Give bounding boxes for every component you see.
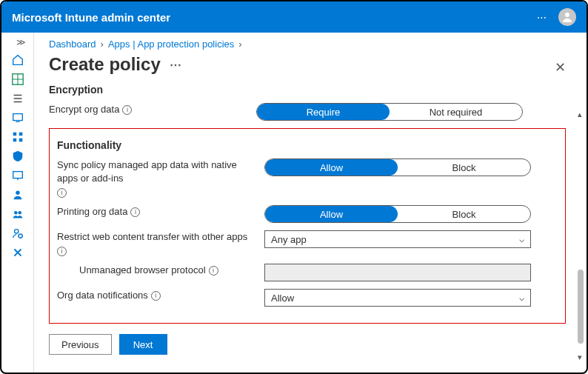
row-notifications: Org data notifications i Allow ⌵ bbox=[57, 289, 558, 307]
groups-icon[interactable] bbox=[11, 207, 24, 221]
sync-toggle[interactable]: Allow Block bbox=[264, 158, 531, 176]
row-printing: Printing org data i Allow Block bbox=[57, 205, 558, 223]
section-encryption: Encryption bbox=[49, 84, 566, 96]
notifications-select[interactable]: Allow ⌵ bbox=[264, 289, 531, 307]
printing-allow[interactable]: Allow bbox=[265, 206, 398, 222]
svg-point-8 bbox=[16, 191, 19, 195]
apps-icon[interactable] bbox=[11, 130, 24, 144]
svg-point-9 bbox=[14, 211, 18, 215]
info-icon[interactable]: i bbox=[151, 291, 161, 301]
close-icon[interactable]: ✕ bbox=[555, 59, 566, 76]
unmanaged-protocol-input bbox=[264, 264, 531, 281]
highlighted-region: Functionality Sync policy managed app da… bbox=[49, 128, 566, 324]
sync-label: Sync policy managed app data with native… bbox=[57, 158, 257, 185]
page-more-icon[interactable]: ⋯ bbox=[170, 58, 182, 72]
info-icon[interactable]: i bbox=[57, 247, 67, 256]
svg-point-0 bbox=[565, 13, 569, 17]
home-icon[interactable] bbox=[11, 53, 24, 67]
sync-allow[interactable]: Allow bbox=[265, 159, 398, 176]
svg-rect-3 bbox=[13, 133, 16, 136]
chevron-down-icon: ⌵ bbox=[519, 293, 524, 303]
scroll-up-icon[interactable]: ▴ bbox=[578, 110, 582, 119]
printing-label: Printing org data bbox=[57, 205, 127, 218]
unmanaged-protocol-label: Unmanaged browser protocol bbox=[79, 264, 206, 277]
restrict-label: Restrict web content transfer with other… bbox=[57, 230, 247, 244]
section-functionality: Functionality bbox=[57, 139, 558, 151]
app-title: Microsoft Intune admin center bbox=[12, 11, 170, 24]
next-button[interactable]: Next bbox=[119, 334, 167, 355]
restrict-select[interactable]: Any app ⌵ bbox=[264, 230, 531, 248]
list-icon[interactable] bbox=[11, 92, 24, 105]
svg-rect-6 bbox=[19, 138, 22, 142]
row-sync: Sync policy managed app data with native… bbox=[57, 158, 558, 198]
notifications-label: Org data notifications bbox=[57, 289, 148, 302]
svg-rect-2 bbox=[13, 114, 22, 121]
page-title: Create policy ⋯ bbox=[49, 54, 566, 75]
printing-toggle[interactable]: Allow Block bbox=[264, 205, 531, 223]
breadcrumb-dashboard[interactable]: Dashboard bbox=[49, 39, 96, 50]
encrypt-notrequired[interactable]: Not required bbox=[390, 104, 522, 120]
encrypt-label: Encrypt org data bbox=[49, 103, 119, 116]
encrypt-require[interactable]: Require bbox=[257, 104, 390, 120]
svg-rect-4 bbox=[19, 133, 22, 136]
person-icon bbox=[561, 11, 573, 23]
printing-block[interactable]: Block bbox=[398, 206, 530, 222]
chevron-right-icon: › bbox=[101, 39, 104, 50]
breadcrumb: Dashboard › Apps | App protection polici… bbox=[49, 39, 566, 50]
breadcrumb-apps[interactable]: Apps | App protection policies bbox=[108, 39, 234, 50]
row-unmanaged-protocol: Unmanaged browser protocol i bbox=[57, 264, 558, 281]
scroll-thumb[interactable] bbox=[578, 270, 584, 344]
chevron-right-icon: › bbox=[238, 39, 241, 50]
svg-point-11 bbox=[14, 230, 18, 233]
chevron-down-icon: ⌵ bbox=[519, 234, 524, 244]
wizard-footer: Previous Next bbox=[49, 334, 566, 355]
row-encrypt: Encrypt org data i Require Not required bbox=[49, 103, 566, 121]
sidebar: ≫ bbox=[1, 33, 34, 373]
encrypt-toggle[interactable]: Require Not required bbox=[256, 103, 523, 121]
reports-icon[interactable] bbox=[11, 169, 24, 182]
collapse-toggle-icon[interactable]: ≫ bbox=[1, 37, 33, 47]
tenant-admin-icon[interactable] bbox=[11, 227, 24, 240]
info-icon[interactable]: i bbox=[130, 207, 140, 217]
titlebar: Microsoft Intune admin center ⋯ bbox=[1, 1, 587, 33]
scroll-down-icon[interactable]: ▾ bbox=[578, 353, 582, 362]
svg-rect-5 bbox=[13, 138, 16, 142]
info-icon[interactable]: i bbox=[122, 105, 132, 115]
endpoint-security-icon[interactable] bbox=[11, 150, 24, 163]
titlebar-more-icon[interactable]: ⋯ bbox=[537, 12, 547, 23]
svg-rect-7 bbox=[13, 172, 22, 178]
info-icon[interactable]: i bbox=[57, 188, 67, 198]
previous-button[interactable]: Previous bbox=[49, 334, 112, 355]
svg-point-10 bbox=[18, 211, 21, 215]
troubleshoot-icon[interactable] bbox=[11, 246, 24, 259]
users-icon[interactable] bbox=[11, 188, 24, 201]
sync-block[interactable]: Block bbox=[398, 159, 530, 176]
row-restrict: Restrict web content transfer with other… bbox=[57, 230, 558, 256]
main-panel: Dashboard › Apps | App protection polici… bbox=[34, 33, 587, 373]
devices-icon[interactable] bbox=[11, 111, 24, 124]
info-icon[interactable]: i bbox=[209, 266, 218, 276]
dashboard-icon[interactable] bbox=[11, 73, 24, 86]
avatar[interactable] bbox=[558, 8, 576, 26]
